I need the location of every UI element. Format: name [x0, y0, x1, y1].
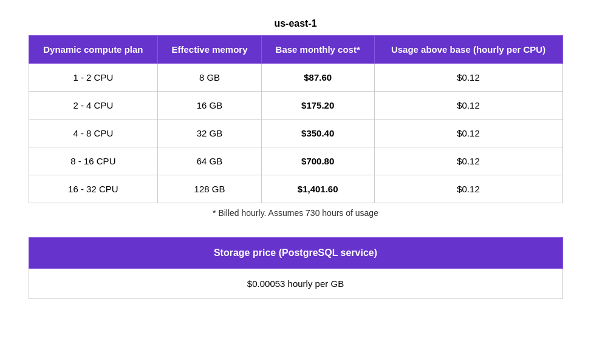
cell-usage: $0.12	[374, 92, 562, 120]
table-row: 4 - 8 CPU32 GB$350.40$0.12	[29, 120, 562, 147]
cell-memory: 16 GB	[158, 92, 262, 120]
cell-cost: $175.20	[261, 92, 374, 120]
cell-usage: $0.12	[374, 147, 562, 175]
compute-footnote: * Billed hourly. Assumes 730 hours of us…	[29, 203, 563, 223]
storage-header: Storage price (PostgreSQL service)	[29, 238, 562, 269]
col-header-memory: Effective memory	[158, 36, 262, 64]
compute-table: Dynamic compute plan Effective memory Ba…	[29, 35, 563, 203]
table-row: 2 - 4 CPU16 GB$175.20$0.12	[29, 92, 562, 120]
table-row: 16 - 32 CPU128 GB$1,401.60$0.12	[29, 175, 562, 203]
cell-cost: $700.80	[261, 147, 374, 175]
cell-plan: 4 - 8 CPU	[29, 120, 158, 147]
cell-plan: 8 - 16 CPU	[29, 147, 158, 175]
col-header-usage: Usage above base (hourly per CPU)	[374, 36, 562, 64]
table-row: 8 - 16 CPU64 GB$700.80$0.12	[29, 147, 562, 175]
cell-plan: 16 - 32 CPU	[29, 175, 158, 203]
cell-usage: $0.12	[374, 120, 562, 147]
storage-table: Storage price (PostgreSQL service) $0.00…	[29, 237, 563, 299]
cell-plan: 2 - 4 CPU	[29, 92, 158, 120]
storage-value: $0.00053 hourly per GB	[29, 269, 562, 299]
cell-cost: $87.60	[261, 64, 374, 92]
region-title: us-east-1	[274, 18, 316, 29]
cell-cost: $350.40	[261, 120, 374, 147]
cell-cost: $1,401.60	[261, 175, 374, 203]
cell-memory: 8 GB	[158, 64, 262, 92]
cell-memory: 64 GB	[158, 147, 262, 175]
col-header-plan: Dynamic compute plan	[29, 36, 158, 64]
cell-memory: 128 GB	[158, 175, 262, 203]
cell-usage: $0.12	[374, 175, 562, 203]
cell-usage: $0.12	[374, 64, 562, 92]
table-row: 1 - 2 CPU8 GB$87.60$0.12	[29, 64, 562, 92]
col-header-cost: Base monthly cost*	[261, 36, 374, 64]
cell-memory: 32 GB	[158, 120, 262, 147]
cell-plan: 1 - 2 CPU	[29, 64, 158, 92]
